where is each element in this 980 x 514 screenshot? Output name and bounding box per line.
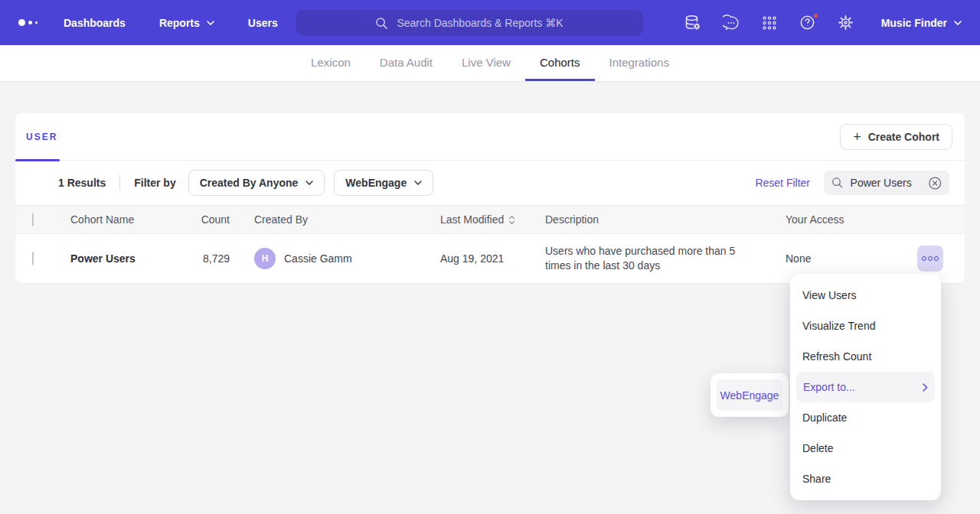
chevron-down-icon [207, 21, 214, 25]
tab-live-view[interactable]: Live View [447, 45, 525, 81]
settings-gear-icon[interactable] [837, 14, 855, 32]
results-count: 1 Results [58, 177, 106, 189]
messages-icon[interactable] [722, 14, 740, 32]
description-cell: Users who have purchased more than 5 tim… [545, 244, 740, 273]
column-header-created-by: Created By [230, 213, 406, 226]
mixpanel-logo-icon[interactable] [18, 19, 38, 26]
column-header-description: Description [517, 213, 739, 226]
cohort-name-cell: Power Users [58, 252, 165, 265]
menu-item-delete[interactable]: Delete [790, 433, 941, 464]
select-all-checkbox[interactable] [32, 213, 34, 226]
sort-icon [508, 215, 515, 225]
menu-item-export-to[interactable]: Export to... [796, 372, 935, 402]
column-header-your-access: Your Access [739, 213, 965, 226]
nav-item-dashboards[interactable]: Dashboards [64, 17, 126, 29]
last-modified-cell: Aug 19, 2021 [406, 252, 517, 265]
navbar-actions: Music Finder [684, 14, 962, 32]
menu-item-visualize-trend[interactable]: Visualize Trend [790, 311, 941, 341]
tab-integrations[interactable]: Integrations [595, 45, 684, 81]
created-by-name: Cassie Gamm [284, 252, 352, 265]
cohort-count-cell: 8,729 [165, 252, 230, 265]
create-cohort-button[interactable]: + Create Cohort [840, 124, 952, 150]
notification-dot [812, 12, 819, 19]
export-submenu: WebEngage [710, 373, 789, 417]
search-icon [831, 177, 844, 189]
project-switcher[interactable]: Music Finder [881, 17, 962, 29]
row-more-options-button[interactable] [917, 246, 943, 272]
top-navbar: Dashboards Reports Users Search Dashboar… [0, 0, 980, 45]
column-header-cohort-name: Cohort Name [58, 213, 165, 226]
menu-item-share[interactable]: Share [790, 464, 941, 494]
avatar: H [254, 248, 276, 269]
chevron-down-icon [414, 181, 422, 185]
cohort-search-input[interactable] [851, 177, 921, 189]
tab-cohorts[interactable]: Cohorts [525, 45, 595, 81]
filter-toolbar: 1 Results Filter by Created By Anyone We… [15, 161, 965, 205]
created-by-filter-dropdown[interactable]: Created By Anyone [188, 170, 325, 196]
table-header-row: Cohort Name Count Created By Last Modifi… [15, 205, 965, 234]
reset-filter-link[interactable]: Reset Filter [755, 177, 810, 189]
column-header-last-modified[interactable]: Last Modified [406, 213, 517, 226]
row-context-menu: View Users Visualize Trend Refresh Count… [790, 274, 941, 500]
tab-data-audit[interactable]: Data Audit [365, 45, 447, 81]
chevron-right-icon [923, 383, 928, 392]
chevron-down-icon [305, 181, 313, 185]
nav-item-users[interactable]: Users [248, 17, 278, 29]
row-checkbox[interactable] [32, 252, 34, 265]
cohort-search-box[interactable] [824, 171, 949, 195]
help-icon[interactable] [799, 14, 817, 32]
apps-grid-icon[interactable] [760, 14, 779, 32]
data-management-icon[interactable] [684, 14, 702, 32]
global-search-input[interactable]: Search Dashboards & Reports ⌘K [296, 10, 643, 36]
plus-icon: + [853, 130, 861, 144]
active-tab-underline [15, 159, 60, 161]
submenu-item-webengage[interactable]: WebEngage [717, 379, 782, 411]
settings-tabbar: Lexicon Data Audit Live View Cohorts Int… [0, 45, 980, 82]
cohorts-card-header: USER + Create Cohort [15, 113, 965, 161]
filter-toolbar-right: Reset Filter [755, 171, 949, 195]
project-name: Music Finder [881, 17, 947, 29]
menu-item-duplicate[interactable]: Duplicate [790, 402, 941, 433]
nav-item-reports[interactable]: Reports [159, 17, 214, 29]
tab-user-cohorts[interactable]: USER [26, 132, 57, 142]
menu-item-refresh-count[interactable]: Refresh Count [790, 341, 941, 372]
global-search-placeholder: Search Dashboards & Reports ⌘K [397, 17, 563, 29]
filter-by-label: Filter by [134, 177, 175, 189]
column-header-count: Count [165, 213, 230, 226]
integration-filter-dropdown[interactable]: WebEngage [334, 170, 433, 196]
chevron-down-icon [954, 21, 962, 25]
menu-item-view-users[interactable]: View Users [790, 280, 941, 311]
tab-lexicon[interactable]: Lexicon [296, 45, 365, 81]
search-icon [375, 17, 388, 30]
created-by-cell: H Cassie Gamm [230, 248, 406, 269]
cohorts-card: USER + Create Cohort 1 Results Filter by… [15, 113, 965, 283]
clear-search-icon[interactable] [928, 176, 942, 190]
divider [119, 175, 120, 190]
primary-nav: Dashboards Reports Users [64, 17, 278, 29]
